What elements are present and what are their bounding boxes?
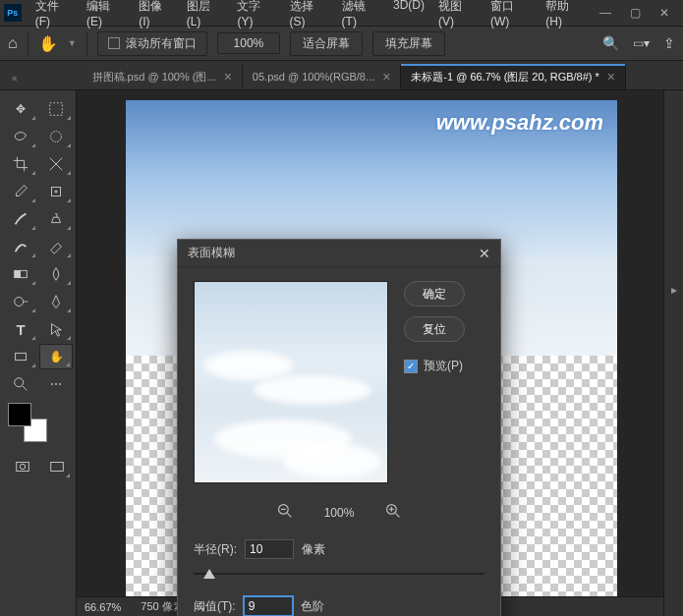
threshold-unit: 色阶 [301,598,324,615]
eraser-tool[interactable] [39,234,73,259]
minimize-button[interactable]: — [591,1,620,25]
radius-slider[interactable] [194,567,484,581]
reset-button[interactable]: 复位 [404,316,465,342]
menu-filter[interactable]: 滤镜(T) [336,0,385,32]
tab-close-icon[interactable]: × [224,69,232,84]
menu-window[interactable]: 窗口(W) [484,0,538,32]
radius-row: 半径(R): 像素 [178,533,500,565]
dropdown-icon[interactable]: ▼ [68,38,77,48]
tab-label: 05.psd @ 100%(RGB/8... [253,71,374,83]
eyedropper-tool[interactable] [4,179,37,204]
collapse-panels-icon[interactable]: « [12,73,24,89]
dialog-title: 表面模糊 [188,245,235,261]
crop-tool[interactable] [4,151,37,177]
history-brush-tool[interactable] [4,234,37,259]
scroll-all-windows-checkbox[interactable]: 滚动所有窗口 [97,31,207,56]
svg-point-7 [15,378,24,387]
document-tabs: « 拼图稿.psd @ 100% (图... × 05.psd @ 100%(R… [0,61,683,90]
move-tool[interactable]: ✥ [4,96,37,122]
foreground-color-swatch[interactable] [8,403,31,426]
radius-unit: 像素 [302,541,325,558]
type-tool[interactable]: T [4,316,37,342]
zoom-level-button[interactable]: 100% [217,32,281,54]
svg-rect-4 [15,270,21,277]
zoom-out-icon[interactable] [277,503,293,522]
zoom-tool[interactable] [4,371,37,397]
slider-thumb-icon[interactable] [203,569,215,579]
window-controls: — ▢ ✕ [591,1,679,25]
menu-layer[interactable]: 图层(L) [181,0,230,32]
checkbox-checked-icon: ✓ [404,360,418,373]
threshold-row: 阈值(T): 色阶 [178,590,500,616]
preview-thumbnail[interactable] [194,281,388,483]
tab-label: 拼图稿.psd @ 100% (图... [92,70,216,84]
dialog-close-icon[interactable]: ✕ [479,246,490,261]
preview-zoom-controls: 100% [178,497,500,533]
home-icon[interactable]: ⌂ [8,34,18,52]
title-bar: Ps 文件(F) 编辑(E) 图像(I) 图层(L) 文字(Y) 选择(S) 滤… [0,0,683,26]
menu-help[interactable]: 帮助(H) [540,0,591,32]
gradient-tool[interactable] [4,261,37,287]
status-zoom[interactable]: 66.67% [85,601,121,613]
scroll-all-label: 滚动所有窗口 [126,35,197,52]
fill-screen-button[interactable]: 填充屏幕 [372,31,445,56]
quick-select-tool[interactable] [39,124,73,149]
preview-label: 预览(P) [424,358,463,374]
close-window-button[interactable]: ✕ [650,1,679,25]
marquee-tool[interactable] [39,96,73,122]
blur-tool[interactable] [39,261,73,287]
document-tab-1[interactable]: 拼图稿.psd @ 100% (图... × [83,64,243,89]
watermark-text: www.psahz.com [436,110,603,136]
maximize-button[interactable]: ▢ [620,1,650,25]
search-icon[interactable]: 🔍 [602,35,619,51]
color-swatches[interactable] [8,403,47,442]
menu-image[interactable]: 图像(I) [133,0,179,32]
dialog-titlebar[interactable]: 表面模糊 ✕ [178,240,500,267]
hand-tool-icon[interactable]: ✋ [38,34,58,53]
tab-close-icon[interactable]: × [382,69,390,84]
hand-tool[interactable]: ✋ [39,344,73,369]
rectangle-tool[interactable] [4,344,37,369]
divider [28,31,28,55]
pen-tool[interactable] [39,289,73,314]
radius-label: 半径(R): [194,541,237,558]
preview-zoom-label: 100% [324,506,355,520]
preview-checkbox[interactable]: ✓ 预览(P) [404,358,463,374]
main-menu: 文件(F) 编辑(E) 图像(I) 图层(L) 文字(Y) 选择(S) 滤镜(T… [29,0,591,32]
tools-panel: ✥ T ✋ ⋯ [0,90,77,616]
menu-view[interactable]: 视图(V) [432,0,483,32]
ok-button[interactable]: 确定 [404,281,465,307]
healing-brush-tool[interactable] [39,179,73,204]
zoom-in-icon[interactable] [385,503,401,522]
screen-mode-tool[interactable] [42,454,73,479]
clone-stamp-tool[interactable] [39,206,73,232]
fit-screen-button[interactable]: 适合屏幕 [290,31,363,56]
menu-select[interactable]: 选择(S) [284,0,334,32]
svg-point-9 [21,464,26,469]
tab-label: 未标题-1 @ 66.7% (图层 20, RGB/8#) * [411,70,599,84]
svg-rect-6 [16,353,27,360]
workspace-icon[interactable]: ▭▾ [633,36,650,50]
menu-type[interactable]: 文字(Y) [231,0,281,32]
quick-mask-tool[interactable] [8,454,38,479]
more-tools[interactable]: ⋯ [39,371,73,397]
expand-panel-icon[interactable]: ▸ [664,277,683,303]
menu-file[interactable]: 文件(F) [29,0,79,32]
document-tab-2[interactable]: 05.psd @ 100%(RGB/8... × [243,64,401,89]
path-select-tool[interactable] [39,316,73,342]
checkbox-icon [108,37,120,49]
document-tab-3[interactable]: 未标题-1 @ 66.7% (图层 20, RGB/8#) * × [401,64,626,89]
threshold-label: 阈值(T): [194,598,236,615]
threshold-input[interactable] [244,596,293,616]
brush-tool[interactable] [4,206,37,232]
menu-3d[interactable]: 3D(D) [387,0,430,32]
slice-tool[interactable] [39,151,73,177]
radius-input[interactable] [245,539,294,559]
dodge-tool[interactable] [4,289,37,314]
svg-point-1 [51,132,62,142]
tab-close-icon[interactable]: × [607,69,615,84]
menu-edit[interactable]: 编辑(E) [81,0,131,32]
lasso-tool[interactable] [4,124,37,149]
share-icon[interactable]: ⇪ [663,35,675,51]
app-logo: Ps [4,4,22,22]
